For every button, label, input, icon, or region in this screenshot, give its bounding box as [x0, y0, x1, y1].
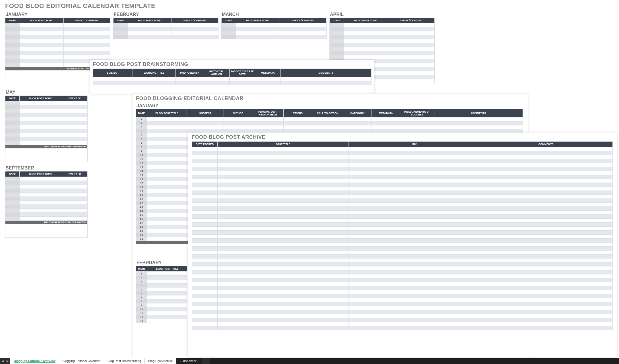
date-cell: 1 — [136, 272, 147, 276]
col-date: DATE — [5, 18, 20, 23]
table-row — [192, 247, 613, 251]
date-cell: 26 — [136, 217, 147, 221]
date-cell: 30 — [136, 233, 147, 237]
table-row — [192, 239, 613, 243]
archive-title: FOOD BLOG POST ARCHIVE — [188, 133, 617, 141]
date-cell: 14 — [136, 169, 147, 173]
table-row — [192, 179, 613, 183]
date-cell: 3 — [136, 280, 147, 284]
date-cell: 8 — [136, 299, 147, 303]
date-cell: 12 — [136, 161, 147, 165]
date-cell: 31 — [136, 237, 147, 241]
date-cell: 6 — [136, 291, 147, 295]
month-table: DATEBLOG POST TOPICEVENT / C ADDITIONAL … — [5, 96, 88, 162]
date-cell: 5 — [136, 133, 147, 137]
date-cell: 2 — [136, 121, 147, 125]
table-row — [192, 151, 613, 155]
date-cell: 7 — [136, 141, 147, 145]
tab-next-button[interactable]: ▶ — [5, 358, 10, 364]
table-row — [192, 211, 613, 215]
table-row — [192, 310, 613, 314]
date-cell: 20 — [136, 193, 147, 197]
table-row — [192, 223, 613, 227]
tab-blog-post-archive[interactable]: Blog Post Archive — [145, 358, 176, 364]
date-cell: 9 — [136, 149, 147, 153]
date-cell: 28 — [136, 225, 147, 229]
table-row — [192, 318, 613, 322]
table-row — [192, 274, 613, 278]
table-row — [192, 215, 613, 219]
editorial-february-table: DATE BLOG POST TITLE 12345678910111213 — [136, 266, 187, 323]
date-cell: 1 — [136, 117, 147, 121]
table-row — [192, 294, 613, 298]
date-cell: 24 — [136, 209, 147, 213]
date-cell: 11 — [136, 157, 147, 161]
table-row — [192, 159, 613, 163]
table-row — [192, 251, 613, 255]
date-cell: 10 — [136, 153, 147, 157]
date-cell: 2 — [136, 276, 147, 280]
table-row — [192, 278, 613, 282]
table-row — [192, 203, 613, 207]
table-row — [192, 326, 613, 330]
date-cell: 6 — [136, 137, 147, 141]
date-cell: 18 — [136, 185, 147, 189]
table-row — [192, 207, 613, 211]
brainstorming-title: FOOD BLOG POST BRAINSTORMING — [90, 60, 374, 69]
month-label: FEBRUARY — [113, 11, 218, 18]
date-cell: 11 — [136, 311, 147, 315]
table-row — [192, 199, 613, 203]
table-row — [192, 175, 613, 179]
date-cell: 3 — [136, 125, 147, 129]
table-row — [192, 258, 613, 262]
month-table: DATEBLOG POST TOPICEVENT / C ADDITIONAL … — [5, 171, 88, 238]
date-cell: 8 — [136, 145, 147, 149]
tab-blog-post-brainstorming[interactable]: Blog Post Brainstorming — [104, 358, 145, 364]
month-block-may: MAY DATEBLOG POST TOPICEVENT / C ADDITIO… — [0, 84, 85, 162]
table-row — [192, 243, 613, 247]
month-label: MAY — [5, 89, 85, 96]
date-cell: 22 — [136, 201, 147, 205]
table-row — [192, 286, 613, 290]
month-label: MARCH — [221, 11, 327, 18]
table-row — [192, 314, 613, 318]
date-cell: 4 — [136, 129, 147, 133]
date-cell: 21 — [136, 197, 147, 201]
date-cell: 27 — [136, 221, 147, 225]
brainstorming-table: SUBJECT WORKING TITLE PROPOSED BY POTENT… — [93, 69, 372, 85]
date-cell: 13 — [136, 319, 147, 323]
layer-archive: FOOD BLOG POST ARCHIVE DATE POSTED POST … — [188, 133, 617, 357]
table-row — [192, 282, 613, 286]
table-row — [192, 231, 613, 235]
date-cell: 9 — [136, 303, 147, 307]
date-cell: 15 — [136, 173, 147, 177]
table-row — [192, 219, 613, 223]
table-row — [192, 155, 613, 159]
month-label: APRIL — [329, 11, 435, 18]
date-cell: 10 — [136, 307, 147, 311]
date-cell: 16 — [136, 177, 147, 181]
table-row — [192, 290, 613, 294]
tab-blogging-editorial-overview[interactable]: Blogging Editorial Overview — [10, 358, 59, 364]
table-row — [192, 266, 613, 270]
month-table: DATEBLOG POST TOPICEVENT / CONTENT — [221, 18, 327, 39]
tab-disclaimer[interactable]: - Disclaimer - — [176, 358, 202, 364]
table-row — [192, 227, 613, 231]
date-cell: 17 — [136, 181, 147, 185]
table-row — [192, 270, 613, 274]
editorial-cal-title: FOOD BLOGGING EDITORIAL CALENDAR — [133, 94, 528, 103]
col-event: EVENT / CONTENT — [64, 18, 110, 23]
date-cell: 12 — [136, 315, 147, 319]
month-label-january: JANUARY — [136, 103, 525, 109]
tab-prev-button[interactable]: ◀ — [0, 358, 5, 364]
tab-add-button[interactable]: + — [202, 358, 210, 364]
table-row — [192, 262, 613, 266]
table-row — [192, 306, 613, 310]
tab-blogging-editorial-calendar[interactable]: Blogging Editorial Calendar — [59, 358, 104, 364]
layer-brainstorming: FOOD BLOG POST BRAINSTORMING SUBJECT WOR… — [90, 60, 374, 94]
date-cell: 5 — [136, 288, 147, 291]
table-row — [192, 147, 613, 151]
table-row — [192, 187, 613, 191]
month-label: JANUARY — [5, 11, 110, 18]
table-row — [192, 322, 613, 326]
